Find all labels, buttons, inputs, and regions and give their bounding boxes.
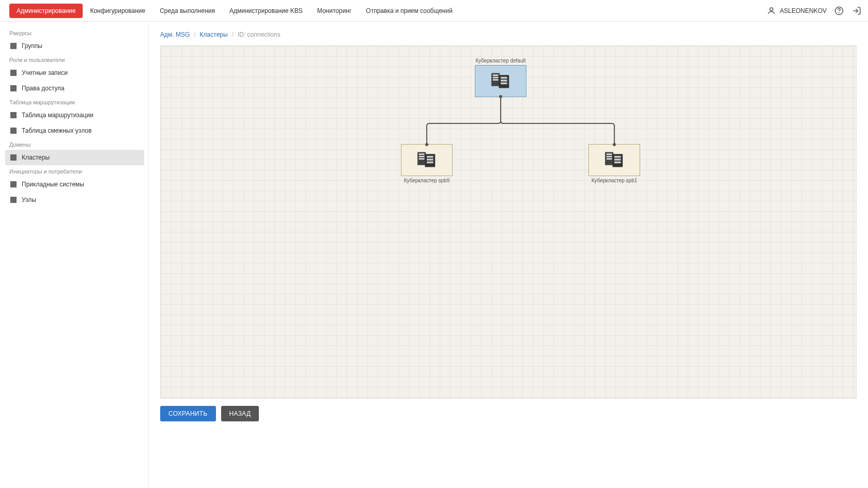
square-icon [10,197,17,203]
sidebar-item-groups[interactable]: Группы [5,38,144,54]
sidebar-item-adjacent-nodes[interactable]: Таблица смежных узлов [5,123,144,138]
svg-rect-12 [419,153,425,155]
topnav-item-label: Мониторинг [317,7,352,14]
svg-rect-16 [427,155,433,158]
topnav-item-label: Администрирование KBS [229,7,303,14]
node-label: Куберкластер spb1 [592,178,638,183]
user-menu[interactable]: ASLEONENKOV [766,6,827,16]
svg-rect-22 [607,158,612,160]
breadcrumb-link[interactable]: Адм. MSG [160,31,190,38]
port-icon [425,143,428,146]
topbar: Администрирование Конфигурирование Среда… [0,0,868,22]
svg-rect-24 [614,155,621,158]
svg-rect-6 [493,79,499,81]
user-icon [766,6,777,16]
square-icon [10,43,17,49]
svg-rect-9 [501,80,507,82]
svg-rect-18 [427,161,433,163]
topnav-item-runtime[interactable]: Среда выполнения [152,4,222,18]
svg-rect-5 [493,76,499,78]
side-section-title: Роли и пользователи [5,54,144,65]
topnav-item-label: Администрирование [17,7,75,14]
sidebar-item-label: Таблица смежных узлов [22,127,91,134]
svg-rect-10 [501,82,507,84]
node-label: Куберкластер default [476,58,526,64]
sidebar-item-apps[interactable]: Прикладные системы [5,177,144,192]
svg-point-2 [839,12,840,13]
server-icon [415,150,438,170]
sidebar-item-clusters[interactable]: Кластеры [5,150,144,165]
server-icon [489,71,512,91]
sidebar-item-label: Кластеры [22,154,50,161]
sidebar-item-label: Прикладные системы [22,181,84,188]
save-button[interactable]: СОХРАНИТЬ [160,406,216,421]
sidebar-item-label: Таблица маршрутизации [22,112,94,119]
square-icon [10,85,17,91]
svg-rect-4 [493,74,499,76]
svg-rect-20 [607,153,612,155]
topnav-item-messaging[interactable]: Отправка и прием сообщений [359,4,460,18]
port-icon [613,143,616,146]
svg-rect-14 [419,158,425,160]
side-section-title: Инициаторы и потребители [5,165,144,177]
breadcrumb: Адм. MSG / Кластеры / ID: connections [160,29,857,45]
back-button[interactable]: НАЗАД [221,406,259,421]
breadcrumb-link[interactable]: Кластеры [200,31,228,38]
square-icon [10,70,17,76]
svg-rect-8 [501,76,507,78]
layout: Ракурсы Группы Роли и пользователи Учетн… [0,22,868,488]
svg-point-0 [770,8,773,11]
node-label: Куберкластер spb9 [404,178,450,183]
node-child[interactable]: Куберкластер spb1 [588,144,640,176]
svg-rect-25 [614,159,621,161]
breadcrumb-sep: / [232,31,234,38]
breadcrumb-sep: / [194,31,195,38]
help-icon[interactable] [834,6,844,16]
topnav-item-label: Конфигурирование [90,7,145,14]
side-section-title: Домены [5,138,144,150]
server-icon [603,150,626,170]
side-section-title: Ракурсы [5,27,144,38]
sidebar-item-access[interactable]: Права доступа [5,81,144,96]
svg-rect-17 [427,159,433,161]
node-child[interactable]: Куберкластер spb9 [401,144,453,176]
topbar-right: ASLEONENKOV [766,6,862,16]
sidebar-item-label: Узлы [22,196,36,203]
topnav-item-label: Отправка и прием сообщений [366,7,453,14]
square-icon [10,181,17,187]
topnav-item-monitoring[interactable]: Мониторинг [310,4,359,18]
sidebar-item-routing-table[interactable]: Таблица маршрутизации [5,107,144,123]
sidebar-item-label: Права доступа [22,85,65,92]
sidebar-item-label: Группы [22,42,42,50]
square-icon [10,154,17,161]
sidebar-item-accounts[interactable]: Учетные записи [5,65,144,81]
content: Адм. MSG / Кластеры / ID: connections Ку… [149,22,868,488]
side-section-title: Таблица маршрутизации [5,96,144,107]
topnav: Администрирование Конфигурирование Среда… [9,4,460,18]
logout-icon[interactable] [851,6,862,16]
svg-rect-21 [607,155,612,157]
svg-rect-26 [614,161,621,163]
topnav-item-admin[interactable]: Администрирование [9,4,83,18]
square-icon [10,112,17,118]
sidebar: Ракурсы Группы Роли и пользователи Учетн… [0,22,149,488]
sidebar-item-nodes[interactable]: Узлы [5,192,144,208]
svg-rect-13 [419,155,425,157]
canvas-inner: Куберкластер default Куберкластер spb9 К… [161,46,857,387]
square-icon [10,128,17,134]
topnav-item-kbs[interactable]: Администрирование KBS [222,4,310,18]
footer-buttons: СОХРАНИТЬ НАЗАД [160,399,857,421]
connections [161,46,857,387]
topnav-item-config[interactable]: Конфигурирование [83,4,152,18]
sidebar-item-label: Учетные записи [22,69,68,76]
port-icon [499,95,502,98]
breadcrumb-current: ID: connections [238,31,281,38]
topnav-item-label: Среда выполнения [160,7,215,14]
node-root[interactable]: Куберкластер default [475,65,526,97]
diagram-canvas[interactable]: Куберкластер default Куберкластер spb9 К… [160,45,857,399]
user-name: ASLEONENKOV [780,7,827,14]
